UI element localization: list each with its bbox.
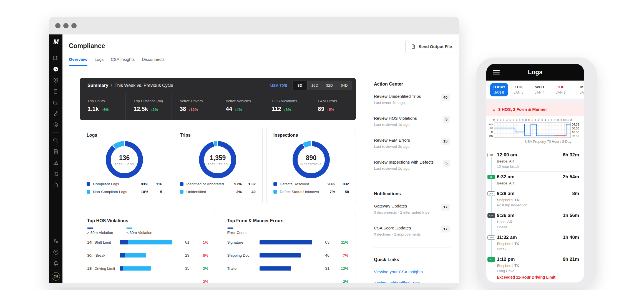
vehicle-icon[interactable] [53,89,59,94]
tab[interactable]: CSA Insights [111,57,135,66]
action-item-title: CSA Score Updates [374,226,421,230]
action-item[interactable]: Gateway Updates 3 disconnects · 2 interr… [374,204,450,214]
log-entry-note: Onsite [497,225,579,229]
action-item[interactable]: CSA Score Updates 0 declines · 2 improve… [374,226,450,236]
tab-label: CSA Insights [111,57,135,62]
hour-axis-label: 2 [538,119,540,121]
cycle-rule-label[interactable]: USA 70/8 [270,83,287,88]
date-tab[interactable]: THU JAN 5 [508,85,529,94]
window-control-zoom[interactable] [71,23,77,28]
user-avatar[interactable]: CH [52,272,60,281]
dispatch-icon[interactable] [53,160,59,166]
hos-graph-grid [494,122,571,138]
donut-center-label: TOTAL TRIPS [208,162,228,166]
violations-alert-banner[interactable]: ▲ 3 HOS, 2 Form & Manner [486,103,584,116]
tab-label: Logs [95,57,104,62]
fuel-card-icon[interactable] [53,100,59,105]
donut-cards-row: Logs 136 TOTAL LOGS Compliant Logs 93% 1… [80,127,356,204]
date-tab[interactable]: WED JAN 4 [529,85,550,94]
tab-label: Disconnects [142,57,165,62]
summary-metric: F&M Errors 89↑5% [310,93,356,120]
bar-row-delta: ↑1% [189,240,208,244]
bar-row-delta: ↑2% [189,279,208,284]
log-entry[interactable]: OFF 9:28 am 8m Shepherd, TX Post trip in… [497,188,579,210]
hour-axis-label: 5 [509,119,511,121]
metric-label: HOS Violations [272,99,310,103]
action-item[interactable]: Review Unidentified Trips Last event 4m … [374,94,450,105]
duty-row-total: 02.50 [572,134,579,138]
date-tab[interactable]: TUE JAN 3 [550,85,571,94]
log-entry-time: 12:00 am [497,152,517,158]
log-entry[interactable]: D 6:32 am 2h 54m Beebe, AR [497,172,579,188]
documents-icon[interactable] [53,149,59,154]
shield-icon[interactable] [53,78,59,83]
send-output-file-button[interactable]: Send Output File [405,40,457,53]
metric-delta: ↓12% [188,108,198,112]
legend-row: Defect Status Unknown 7% 58 [273,190,349,194]
date-tab-weekday: WED [529,85,550,89]
log-entry[interactable]: ON 9:36 am 1h 56m Hope, AR Onsite [497,210,579,232]
bar-row-label: 14h Shift Limit [87,240,120,244]
hour-axis-label: 1 [535,119,536,121]
metric-delta: ↑4% [235,108,242,112]
messages-icon[interactable] [53,138,59,143]
legend-label: Non-Compliant Logs [93,190,136,194]
bar-chart-rows: Signature 63 ↓11% Shipping Doc 46 ↑7% Tr… [227,236,349,283]
reports-chart-icon[interactable] [53,171,59,177]
donut-center-value: 890 [306,154,316,162]
summary-title: Summary [87,83,108,88]
log-entry-duration: 8m [572,191,579,196]
window-control-close[interactable] [55,23,61,28]
hour-axis-label: 1 [497,119,498,121]
hour-axis-label: 4 [506,119,508,121]
bar-chart-rows: 14h Shift Limit 61 ↑1% 30m Break 29 ↑8% … [87,236,208,283]
range-button[interactable]: 32D [322,81,337,90]
window-control-minimize[interactable] [63,23,69,28]
bar [120,240,172,244]
action-item[interactable]: Review HOS Violations Last reviewed 1d a… [374,116,450,127]
menu-icon[interactable] [493,69,500,76]
bar-legend-label: < 30m Violation [126,231,152,235]
range-button[interactable]: 8D [293,81,307,90]
hour-axis-label: 10 [563,119,565,121]
hour-axis-label: 3 [503,119,504,121]
help-icon[interactable]: ? [53,249,59,255]
date-tab[interactable]: M JA [571,85,584,94]
compliance-clock-icon[interactable] [53,66,59,72]
svg-text:?: ? [55,251,57,254]
bar-legend-label: > 30m Violation [87,231,113,235]
donut-center-label: INSPECTIONS [300,162,322,166]
donut-legend: Compliant Logs 93% 116 Non-Compliant Log… [87,182,162,194]
range-button[interactable]: 16D [307,81,322,90]
map-icon[interactable] [53,55,59,61]
log-entry-note: 10 hour break [497,164,579,169]
wrench-icon[interactable] [53,111,59,116]
page-title: Compliance [69,42,448,50]
tab[interactable]: Logs [95,57,104,66]
action-item[interactable]: Review Inspections with Defects Last rev… [374,160,450,171]
log-entry[interactable]: OFF 11:32 am 1h 40m Shepherd, TX Break [497,232,579,254]
date-tab-weekday: M [571,85,584,89]
bar-row: Signature 63 ↓11% [227,236,349,249]
rail-divider [374,248,450,248]
log-entry[interactable]: SB 12:00 am 6h 32m Beebe, AR 10 hour bre… [497,150,579,172]
admin-icon[interactable] [53,238,59,244]
safety-badge-icon[interactable] [53,122,59,128]
quick-link[interactable]: Viewing your CSA Insights [374,269,450,274]
metric-delta: ↓8% [284,108,291,112]
phone-screen: Logs TODAY JAN 6 THU JAN 5 WED JAN 4 TUE… [486,64,584,282]
date-tab[interactable]: TODAY JAN 6 [490,83,508,96]
range-button[interactable]: 64D [337,81,351,90]
tab[interactable]: Overview [69,57,87,66]
page-header: Compliance Send Output File OverviewLogs… [62,34,459,66]
legend-row: Compliant Logs 93% 116 [87,182,162,186]
log-entry[interactable]: D 1:12 pm 9h 21m Shepherd, TX Long Drive… [497,254,579,282]
bell-icon[interactable] [53,261,59,266]
marketplace-bag-icon[interactable] [53,182,59,188]
tab[interactable]: Disconnects [142,57,165,66]
donut-card: Inspections 890 INSPECTIONS Defects Reso… [266,127,356,204]
quick-link[interactable]: Assign Unidentified Trips [374,281,450,283]
action-item[interactable]: Review F&M Errors Last reviewed 2d ago 1… [374,138,450,149]
log-entry-location: Shepherd, TX [497,264,579,268]
metric-label: F&M Errors [318,99,356,103]
